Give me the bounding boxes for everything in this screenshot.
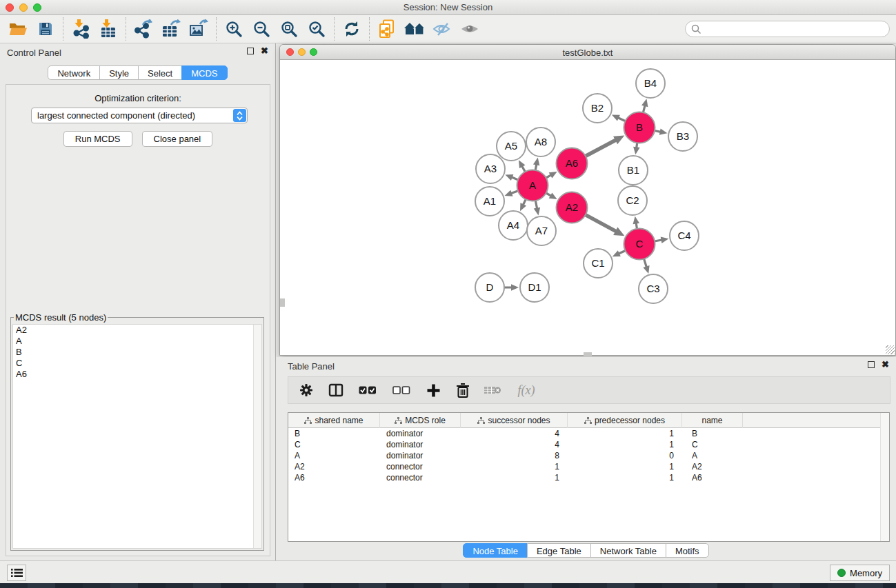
edge-B-B3[interactable] <box>655 128 667 134</box>
criterion-dropdown[interactable]: largest connected component (directed) <box>31 108 248 123</box>
result-scrollbar[interactable] <box>253 325 261 548</box>
edge-A-A1[interactable] <box>505 190 517 196</box>
edge-A-A7[interactable] <box>534 201 540 215</box>
edge-B-B1[interactable] <box>633 143 640 154</box>
table-row[interactable]: A2connector11A2 <box>288 461 880 472</box>
first-neighbors-button[interactable] <box>401 17 428 41</box>
node-B2[interactable]: B2 <box>583 94 612 123</box>
show-all-button[interactable] <box>456 17 484 41</box>
edge-A-A5[interactable] <box>519 160 525 171</box>
node-A8[interactable]: A8 <box>526 128 555 156</box>
tab-node-table[interactable]: Node Table <box>463 543 528 558</box>
edge-A-A3[interactable] <box>505 174 517 181</box>
mcds-result-item[interactable]: A <box>13 336 261 347</box>
hide-selected-button[interactable] <box>428 17 456 41</box>
edge-A2-C[interactable] <box>586 215 625 236</box>
export-network-button[interactable] <box>130 17 157 41</box>
node-B[interactable]: B <box>624 112 655 143</box>
zoom-selected-button[interactable] <box>303 17 330 41</box>
close-panel-icon[interactable]: ✖ <box>261 48 268 54</box>
edge-A-A2[interactable] <box>546 192 557 199</box>
tab-motifs[interactable]: Motifs <box>666 543 709 558</box>
edge-A6-B[interactable] <box>586 135 625 156</box>
column-header-name[interactable]: name <box>682 413 743 428</box>
table-settings-button[interactable] <box>297 381 316 400</box>
node-C[interactable]: C <box>624 229 655 260</box>
add-column-button[interactable] <box>424 381 443 400</box>
show-columns-button[interactable] <box>326 381 346 400</box>
zoom-in-button[interactable] <box>220 17 248 41</box>
tab-style[interactable]: Style <box>99 65 139 80</box>
node-A7[interactable]: A7 <box>527 216 556 245</box>
table-row[interactable]: Cdominator41C <box>288 439 880 450</box>
search-field[interactable] <box>685 21 890 37</box>
edge-C-C2[interactable] <box>633 216 639 228</box>
search-input[interactable] <box>701 24 884 34</box>
new-network-from-selection-button[interactable] <box>373 17 401 41</box>
network-window-titlebar[interactable]: testGlobe.txt <box>280 45 895 60</box>
edge-C-C1[interactable] <box>613 250 625 256</box>
node-B3[interactable]: B3 <box>668 122 697 151</box>
save-session-button[interactable] <box>32 17 59 41</box>
edge-D-D1[interactable] <box>505 284 519 291</box>
horizontal-scroll-thumb[interactable] <box>584 352 592 357</box>
mcds-result-item[interactable]: B <box>13 347 261 358</box>
column-header-predecessor-nodes[interactable]: predecessor nodes <box>568 413 682 428</box>
tab-edge-table[interactable]: Edge Table <box>527 543 591 558</box>
table-row[interactable]: A6connector11A6 <box>288 472 880 483</box>
export-image-button[interactable] <box>185 17 212 41</box>
tab-network-table[interactable]: Network Table <box>590 543 666 558</box>
node-B1[interactable]: B1 <box>619 156 648 185</box>
column-header-shared-name[interactable]: shared name <box>288 413 380 428</box>
select-all-button[interactable] <box>356 381 379 400</box>
table-row[interactable]: Bdominator41B <box>288 428 880 439</box>
tab-network[interactable]: Network <box>48 65 100 80</box>
node-B4[interactable]: B4 <box>636 69 665 98</box>
run-mcds-button[interactable]: Run MCDS <box>63 131 132 147</box>
node-C3[interactable]: C3 <box>639 274 668 303</box>
node-A[interactable]: A <box>517 170 548 201</box>
edge-A-A6[interactable] <box>546 172 557 179</box>
zoom-fit-button[interactable] <box>275 17 303 41</box>
delete-columns-button[interactable] <box>453 381 472 400</box>
node-D1[interactable]: D1 <box>520 273 549 302</box>
table-row[interactable]: Adominator80A <box>288 450 880 461</box>
resize-grip[interactable] <box>886 345 895 354</box>
node-A4[interactable]: A4 <box>499 211 528 240</box>
float-panel-icon[interactable] <box>868 361 875 368</box>
mcds-result-item[interactable]: A2 <box>13 325 261 336</box>
edge-B-B4[interactable] <box>641 99 648 112</box>
tab-mcds[interactable]: MCDS <box>181 65 227 80</box>
node-C1[interactable]: C1 <box>584 249 613 278</box>
import-table-button[interactable] <box>94 17 122 41</box>
node-A3[interactable]: A3 <box>476 154 505 183</box>
memory-button[interactable]: Memory <box>830 565 890 581</box>
mcds-result-item[interactable]: A6 <box>13 369 261 380</box>
node-A5[interactable]: A5 <box>497 132 526 161</box>
network-canvas[interactable]: B4B2BB3A8A5A6A3B1AC2A1A2A4A7C4CC1C3DD1 <box>280 60 895 355</box>
export-table-button[interactable] <box>157 17 185 41</box>
delete-table-button[interactable] <box>483 381 502 400</box>
open-session-button[interactable] <box>4 17 32 41</box>
edge-A-A4[interactable] <box>520 200 526 211</box>
column-header-successor-nodes[interactable]: successor nodes <box>461 413 568 428</box>
task-history-button[interactable] <box>7 565 26 581</box>
node-A1[interactable]: A1 <box>475 187 504 216</box>
zoom-out-button[interactable] <box>248 17 275 41</box>
float-panel-icon[interactable] <box>247 48 254 54</box>
tab-select[interactable]: Select <box>138 65 182 80</box>
node-A6[interactable]: A6 <box>557 148 588 179</box>
import-network-button[interactable] <box>67 17 94 41</box>
edge-B-B2[interactable] <box>612 115 625 121</box>
mcds-result-item[interactable]: C <box>13 358 261 369</box>
close-panel-button[interactable]: Close panel <box>142 131 213 147</box>
edge-C-C3[interactable] <box>643 259 649 274</box>
column-header-mcds-role[interactable]: MCDS role <box>380 413 461 428</box>
function-builder-button[interactable]: f(x) <box>512 381 540 400</box>
edge-C-C4[interactable] <box>655 236 668 243</box>
node-A2[interactable]: A2 <box>557 192 588 223</box>
node-D[interactable]: D <box>475 273 504 302</box>
edge-A-A8[interactable] <box>533 158 539 170</box>
close-panel-icon[interactable]: ✖ <box>882 361 889 368</box>
refresh-view-button[interactable] <box>338 17 366 41</box>
